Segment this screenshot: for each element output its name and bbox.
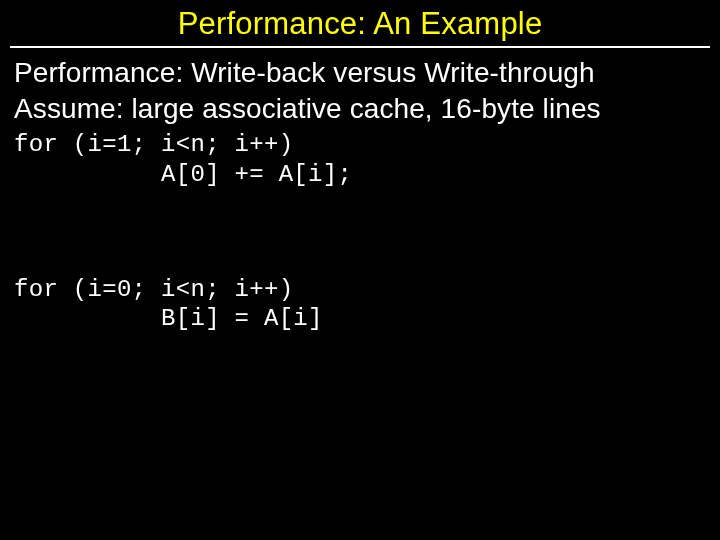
title-underline	[10, 46, 710, 48]
spacer	[14, 189, 706, 271]
code-block-1: for (i=1; i<n; i++) A[0] += A[i];	[14, 130, 706, 189]
slide: Performance: An Example Performance: Wri…	[0, 0, 720, 540]
lead-line-1: Performance: Write-back versus Write-thr…	[14, 56, 706, 90]
lead-line-2: Assume: large associative cache, 16-byte…	[14, 92, 706, 126]
slide-title: Performance: An Example	[0, 0, 720, 46]
code-block-2: for (i=0; i<n; i++) B[i] = A[i]	[14, 275, 706, 334]
slide-body: Performance: Write-back versus Write-thr…	[0, 54, 720, 333]
